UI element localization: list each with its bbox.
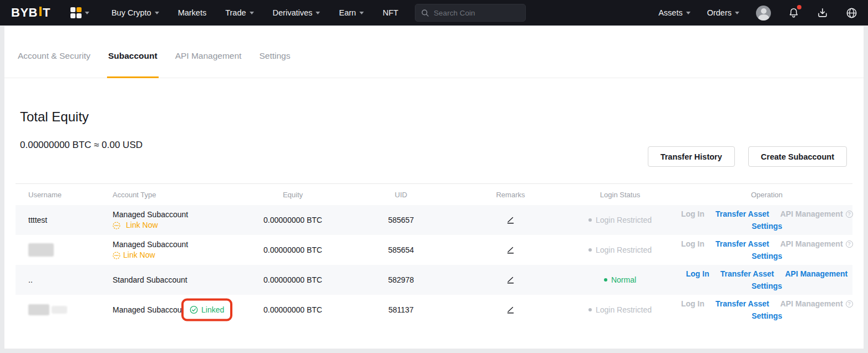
account-type-cell: Standard Subaccount: [113, 265, 246, 295]
create-subaccount-button[interactable]: Create Subaccount: [748, 146, 847, 167]
api-management-link: API Management?: [780, 239, 853, 248]
settings-link[interactable]: Settings: [752, 222, 782, 231]
help-icon[interactable]: ?: [846, 211, 853, 218]
operation-line-1: Log In Transfer Asset API Management?: [681, 209, 853, 218]
link-now-label: Link Now: [123, 250, 155, 260]
link-now-action[interactable]: Link Now: [113, 220, 158, 231]
remarks-cell: [462, 216, 559, 225]
status-dot: [588, 308, 592, 311]
nav-nft[interactable]: NFT: [383, 8, 398, 17]
col-username: Username: [16, 191, 113, 199]
redacted-username: [28, 304, 49, 315]
logo-orange-bar: [39, 7, 42, 16]
login-link[interactable]: Log In: [686, 269, 709, 278]
operation-cell: Log In Transfer Asset API Management? Se…: [681, 235, 853, 265]
nav-orders[interactable]: Orders: [707, 8, 739, 17]
link-now-action[interactable]: Link Now: [113, 250, 155, 260]
account-tabs: Account & Security Subaccount API Manage…: [4, 26, 864, 78]
settings-link[interactable]: Settings: [752, 252, 782, 260]
tab-settings[interactable]: Settings: [258, 34, 291, 78]
table-row: ttttest Managed Subaccount Link Now 0.00…: [16, 205, 852, 235]
api-management-label: API Management: [780, 299, 843, 308]
username-cell: ttttest: [16, 216, 113, 224]
login-status-cell: Normal: [559, 275, 681, 284]
uid-cell: 585657: [340, 216, 462, 224]
transfer-asset-link[interactable]: Transfer Asset: [715, 209, 769, 218]
grid-square: [77, 13, 82, 18]
edit-remark-icon[interactable]: [506, 245, 515, 255]
help-icon[interactable]: ?: [846, 300, 853, 308]
login-status-cell: Login Restricted: [559, 245, 681, 254]
help-icon[interactable]: ?: [846, 241, 853, 248]
globe-icon: [845, 7, 858, 19]
equity-cell: 0.00000000 BTC: [246, 245, 340, 254]
main-nav-menu: Buy Crypto Markets Trade Derivatives Ear…: [111, 8, 398, 17]
transfer-asset-link[interactable]: Transfer Asset: [715, 239, 769, 248]
edit-remark-icon[interactable]: [506, 216, 515, 225]
grid-square-orange: [77, 7, 82, 12]
linked-badge-highlighted: Linked: [181, 299, 232, 321]
col-equity: Equity: [246, 191, 340, 199]
account-type-cell: Managed Subaccount Link Now: [113, 205, 246, 235]
operation-line-2: Settings: [752, 252, 782, 260]
language-button[interactable]: [845, 7, 858, 19]
operation-line-2: Settings: [752, 222, 782, 231]
col-remarks: Remarks: [462, 191, 559, 199]
nav-label: NFT: [383, 8, 398, 17]
status-dot: [588, 218, 592, 222]
search-input[interactable]: [434, 9, 517, 17]
login-status-cell: Login Restricted: [559, 216, 681, 224]
nav-derivatives[interactable]: Derivatives: [273, 8, 321, 17]
apps-grid-menu[interactable]: [70, 7, 89, 18]
download-app-button[interactable]: [816, 7, 829, 19]
settings-link[interactable]: Settings: [752, 282, 782, 290]
username-cell: ..: [16, 275, 113, 284]
table-row: Managed Subaccount Link Now 0.00000000 B…: [16, 235, 852, 265]
coin-search-box[interactable]: [415, 4, 526, 22]
operation-cell: Log In Transfer Asset API Management? Se…: [681, 205, 853, 235]
equity-cell: 0.00000000 BTC: [246, 305, 340, 314]
transfer-asset-link[interactable]: Transfer Asset: [715, 299, 769, 308]
redacted-username-extra: [52, 306, 67, 314]
nav-label: Trade: [225, 8, 246, 17]
nav-label: Derivatives: [273, 8, 313, 17]
status-badge: Normal: [604, 275, 636, 284]
transfer-history-button[interactable]: Transfer History: [648, 146, 735, 167]
api-management-link: API Management?: [780, 299, 853, 308]
search-icon: [421, 9, 429, 17]
status-badge: Login Restricted: [588, 216, 652, 224]
login-link: Log In: [681, 209, 704, 218]
transfer-asset-link[interactable]: Transfer Asset: [720, 269, 774, 278]
settings-link[interactable]: Settings: [752, 311, 782, 320]
nav-trade[interactable]: Trade: [225, 8, 253, 17]
nav-label: Orders: [707, 8, 732, 17]
grid-square: [70, 13, 75, 18]
main-content: Account & Security Subaccount API Manage…: [4, 26, 864, 349]
link-now-label: Link Now: [126, 220, 158, 231]
nav-assets[interactable]: Assets: [658, 8, 691, 17]
nav-label: Markets: [178, 8, 207, 17]
tab-account-security[interactable]: Account & Security: [17, 34, 92, 78]
col-login-status: Login Status: [559, 191, 681, 199]
status-label: Login Restricted: [596, 216, 652, 224]
equity-cell: 0.00000000 BTC: [246, 275, 340, 284]
nav-markets[interactable]: Markets: [178, 8, 207, 17]
grid-square: [70, 7, 75, 12]
bybit-logo[interactable]: BYBT: [11, 6, 50, 20]
col-account-type: Account Type: [113, 191, 246, 199]
logo-text-1: BYB: [11, 6, 38, 20]
tab-subaccount[interactable]: Subaccount: [107, 34, 159, 78]
edit-remark-icon[interactable]: [506, 305, 515, 315]
table-header: Username Account Type Equity UID Remarks…: [16, 184, 852, 205]
api-management-link[interactable]: API Management: [785, 269, 847, 278]
page-title: Total Equity: [20, 109, 89, 125]
user-avatar[interactable]: [756, 6, 771, 21]
notifications-button[interactable]: [788, 7, 800, 19]
nav-earn[interactable]: Earn: [339, 8, 364, 17]
logo-text-2: T: [43, 6, 50, 20]
chevron-down-icon: [85, 12, 89, 14]
tab-api-management[interactable]: API Management: [174, 34, 243, 78]
nav-buy-crypto[interactable]: Buy Crypto: [111, 8, 159, 17]
nav-label: Assets: [658, 8, 683, 17]
edit-remark-icon[interactable]: [506, 275, 515, 285]
